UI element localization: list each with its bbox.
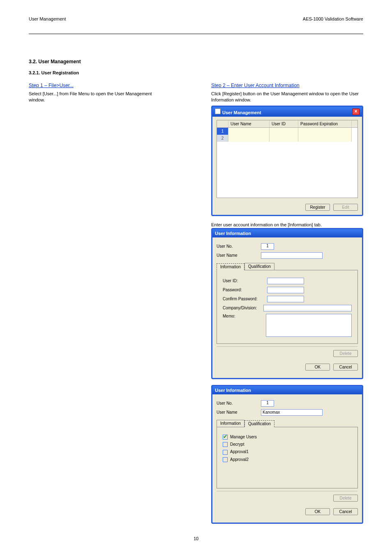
user-no-label: User No. (217, 401, 258, 405)
step2-body1: Click [Register] button on the User Mana… (211, 91, 363, 103)
user-no-field: 1 (261, 400, 274, 407)
check-label: Approval2 (230, 457, 249, 462)
cancel-button[interactable]: Cancel (333, 508, 358, 515)
ok-button[interactable]: OK (305, 364, 330, 371)
qualification-panel: Manage Users Decrypt Approval1 Approval2 (217, 427, 358, 488)
user-name-label: User Name (217, 410, 258, 415)
row-index: 1 (217, 128, 228, 135)
userid-label: User ID: (223, 279, 264, 283)
header-rule (29, 34, 363, 34)
tab-information[interactable]: Information (217, 420, 244, 427)
delete-button[interactable]: Delete (333, 495, 358, 502)
table-row[interactable]: 2 (217, 135, 357, 142)
page-number: 10 (0, 536, 392, 541)
dialog-title: User Management (222, 110, 261, 115)
col-pwdexp: Password Expiration (298, 120, 352, 127)
header-right: AES-1000 Validation Software (303, 16, 363, 21)
check-label: Approval1 (230, 449, 249, 454)
col-userid: User ID (270, 120, 298, 127)
delete-button[interactable]: Delete (333, 350, 358, 357)
user-management-dialog: User Management × User Name User ID Pass… (211, 106, 363, 216)
user-name-field[interactable]: Kanomax (261, 409, 323, 416)
app-icon (215, 108, 221, 114)
ok-button[interactable]: OK (305, 508, 330, 515)
step1-body: Select [User...] from File Menu to open … (29, 91, 156, 103)
edit-button[interactable]: Edit (333, 204, 358, 211)
dialog-title: User Information (215, 231, 251, 236)
information-panel: User ID: Password: Confirm Password: Com… (217, 270, 358, 344)
register-button[interactable]: Register (305, 204, 330, 211)
checkbox-approval1[interactable] (223, 450, 228, 455)
header-left: User Management (29, 16, 66, 21)
user-grid[interactable]: User Name User ID Password Expiration 1 … (217, 120, 358, 198)
password-field[interactable] (267, 287, 304, 293)
confirm-label: Confirm Password: (223, 297, 264, 301)
checkbox-decrypt[interactable] (223, 442, 228, 447)
memo-field[interactable] (266, 314, 352, 337)
grid-header: User Name User ID Password Expiration (217, 120, 357, 128)
checkbox-approval2[interactable] (223, 457, 228, 462)
dialog-title: User Information (215, 388, 251, 393)
step2-heading: Step 2 – Enter User Account Information (211, 83, 300, 88)
tab-qualification[interactable]: Qualification (244, 420, 274, 427)
user-no-field: 1 (261, 243, 274, 250)
user-name-label: User Name (217, 253, 258, 258)
password-label: Password: (223, 288, 264, 292)
col-blank (217, 120, 228, 127)
close-icon[interactable]: × (352, 108, 360, 115)
row-index: 2 (217, 135, 228, 142)
step2-body2: Enter user account information on the [I… (211, 222, 363, 228)
user-info-dialog-qualification: User Information User No. 1 User Name Ka… (211, 385, 363, 524)
step1-heading: Step 1 – File>User... (29, 83, 74, 88)
titlebar[interactable]: User Information (212, 229, 362, 237)
table-row[interactable]: 1 (217, 128, 357, 135)
check-label: Manage Users (230, 435, 257, 439)
section-subtitle: 3.2.1. User Registration (29, 70, 363, 75)
cancel-button[interactable]: Cancel (333, 364, 358, 371)
confirm-password-field[interactable] (267, 296, 304, 302)
titlebar[interactable]: User Information (212, 386, 362, 394)
user-info-dialog-information: User Information User No. 1 User Name In… (211, 228, 363, 379)
separator (217, 491, 358, 491)
titlebar[interactable]: User Management × (212, 107, 362, 117)
tab-qualification[interactable]: Qualification (244, 263, 274, 270)
checkbox-manage-users[interactable] (223, 435, 228, 440)
company-label: Company/Division: (223, 306, 260, 310)
section-title: 3.2. User Management (29, 59, 363, 64)
memo-label: Memo: (223, 314, 263, 318)
user-no-label: User No. (217, 244, 258, 249)
check-label: Decrypt (230, 442, 244, 447)
company-field[interactable] (263, 305, 352, 311)
tab-information[interactable]: Information (217, 263, 244, 270)
col-username: User Name (228, 120, 270, 127)
user-name-field[interactable] (261, 252, 323, 259)
userid-field[interactable] (267, 278, 304, 284)
separator (217, 346, 358, 347)
